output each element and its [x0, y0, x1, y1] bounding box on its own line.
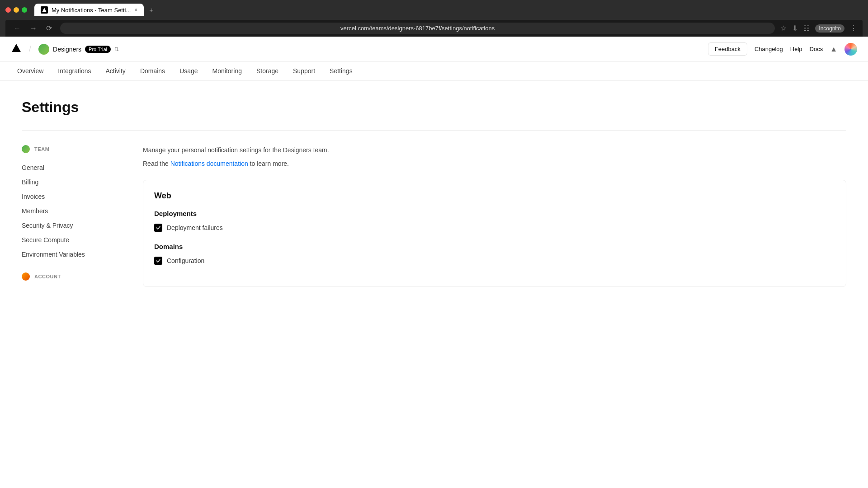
- domains-heading: Domains: [154, 243, 835, 250]
- feedback-button[interactable]: Feedback: [708, 42, 747, 56]
- sidebar-item-members[interactable]: Members: [22, 204, 121, 218]
- team-selector[interactable]: Designers Pro Trial ⇅: [38, 44, 119, 55]
- team-sidebar-nav: General Billing Invoices Members Securit…: [22, 160, 121, 262]
- configuration-checkbox[interactable]: [154, 257, 162, 265]
- docs-link[interactable]: Docs: [810, 46, 823, 52]
- forward-btn[interactable]: →: [27, 23, 40, 33]
- team-avatar: [38, 44, 49, 55]
- app-nav: Overview Integrations Activity Domains U…: [0, 62, 868, 81]
- tab-grid-icon[interactable]: ☷: [803, 24, 810, 33]
- nav-item-overview[interactable]: Overview: [11, 62, 50, 81]
- sidebar-item-general[interactable]: General: [22, 160, 121, 175]
- new-tab-btn[interactable]: +: [146, 4, 156, 16]
- sidebar-item-billing[interactable]: Billing: [22, 175, 121, 189]
- web-section: Web Deployments Deployment failures: [143, 180, 846, 287]
- account-section-dot: [22, 272, 30, 281]
- back-btn[interactable]: ←: [11, 23, 24, 33]
- user-avatar[interactable]: [844, 43, 857, 56]
- sidebar-item-env-vars[interactable]: Environment Variables: [22, 247, 121, 262]
- configuration-row: Configuration: [154, 257, 835, 265]
- account-section-label: ACCOUNT: [22, 272, 121, 281]
- vercel-logo[interactable]: [11, 43, 22, 55]
- doc-read-text: Read the Notifications documentation to …: [143, 159, 846, 169]
- url-input[interactable]: [60, 23, 775, 34]
- page-content: Settings TEAM General Billing Invoices M…: [0, 81, 868, 306]
- nav-item-settings[interactable]: Settings: [323, 62, 359, 81]
- deployment-failures-row: Deployment failures: [154, 224, 835, 232]
- nav-item-usage[interactable]: Usage: [173, 62, 204, 81]
- tab-title: My Notifications - Team Setti...: [52, 7, 131, 14]
- svg-marker-0: [42, 8, 47, 12]
- settings-main: Manage your personal notification settin…: [143, 145, 846, 288]
- reload-btn[interactable]: ⟳: [43, 23, 55, 33]
- browser-chrome: My Notifications - Team Setti... × + ← →…: [0, 0, 868, 37]
- account-section-title: ACCOUNT: [34, 274, 61, 279]
- doc-suffix: to learn more.: [248, 160, 289, 167]
- sidebar-item-invoices[interactable]: Invoices: [22, 189, 121, 204]
- nav-item-storage[interactable]: Storage: [250, 62, 285, 81]
- deployments-heading: Deployments: [154, 210, 835, 217]
- team-chevron-icon: ⇅: [114, 46, 119, 52]
- header-separator: /: [29, 44, 31, 54]
- browser-tabs: My Notifications - Team Setti... × +: [5, 4, 863, 16]
- team-section-title: TEAM: [34, 146, 49, 152]
- checkmark-icon-2: [156, 258, 161, 263]
- deployments-block: Deployments Deployment failures: [154, 210, 835, 232]
- app-header: / Designers Pro Trial ⇅ Feedback Changel…: [0, 37, 868, 62]
- web-section-heading: Web: [154, 191, 835, 201]
- page-title: Settings: [22, 99, 846, 116]
- configuration-label: Configuration: [167, 257, 204, 264]
- settings-sidebar: TEAM General Billing Invoices Members Se…: [22, 145, 121, 288]
- bookmark-icon[interactable]: ☆: [780, 24, 787, 33]
- tab-close-btn[interactable]: ×: [134, 7, 137, 13]
- team-section-dot: [22, 145, 30, 153]
- nav-item-integrations[interactable]: Integrations: [52, 62, 97, 81]
- browser-action-buttons: ☆ ⇓ ☷ Incognito ⋮: [780, 24, 857, 33]
- window-minimize-btn[interactable]: [14, 7, 19, 13]
- nav-item-support[interactable]: Support: [287, 62, 321, 81]
- tab-favicon: [41, 6, 48, 14]
- nav-item-monitoring[interactable]: Monitoring: [206, 62, 248, 81]
- notifications-bell-icon[interactable]: ▲: [830, 45, 837, 53]
- browser-navigation: ← → ⟳: [11, 23, 55, 33]
- pro-trial-badge: Pro Trial: [85, 46, 111, 53]
- window-maximize-btn[interactable]: [22, 7, 27, 13]
- domains-block: Domains Configuration: [154, 243, 835, 265]
- sidebar-item-security-privacy[interactable]: Security & Privacy: [22, 218, 121, 233]
- deployment-failures-label: Deployment failures: [167, 224, 223, 231]
- sidebar-item-secure-compute[interactable]: Secure Compute: [22, 233, 121, 247]
- settings-description: Manage your personal notification settin…: [143, 145, 846, 155]
- download-icon[interactable]: ⇓: [792, 24, 798, 33]
- checkmark-icon: [156, 225, 161, 230]
- window-close-btn[interactable]: [5, 7, 11, 13]
- settings-layout: TEAM General Billing Invoices Members Se…: [22, 145, 846, 288]
- svg-marker-1: [12, 44, 21, 52]
- help-link[interactable]: Help: [790, 46, 802, 52]
- settings-divider: [22, 130, 846, 131]
- header-actions: Feedback Changelog Help Docs ▲: [708, 42, 857, 56]
- nav-item-domains[interactable]: Domains: [134, 62, 171, 81]
- team-section-label: TEAM: [22, 145, 121, 153]
- team-name: Designers: [53, 46, 81, 53]
- nav-item-activity[interactable]: Activity: [99, 62, 132, 81]
- doc-prefix: Read the: [143, 160, 170, 167]
- incognito-label: Incognito: [815, 24, 844, 33]
- changelog-link[interactable]: Changelog: [755, 46, 783, 52]
- more-options-icon[interactable]: ⋮: [850, 24, 857, 33]
- notifications-doc-link[interactable]: Notifications documentation: [170, 160, 248, 167]
- active-tab[interactable]: My Notifications - Team Setti... ×: [34, 4, 144, 16]
- deployment-failures-checkbox[interactable]: [154, 224, 162, 232]
- address-bar: ← → ⟳ ☆ ⇓ ☷ Incognito ⋮: [5, 20, 863, 37]
